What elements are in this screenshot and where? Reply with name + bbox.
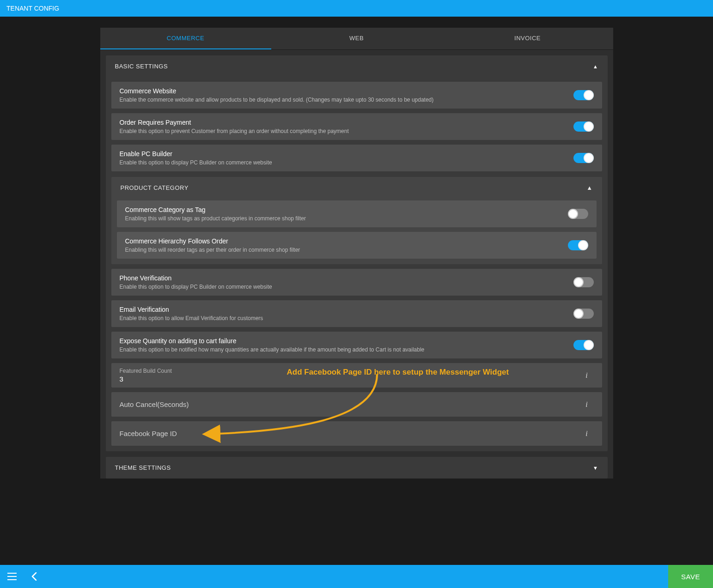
- info-icon[interactable]: i: [580, 369, 594, 382]
- toggle-pc-builder[interactable]: [573, 153, 594, 163]
- setting-row-category-as-tag: Commerce Category as Tag Enabling this w…: [117, 200, 597, 227]
- setting-title: Commerce Category as Tag: [125, 206, 561, 213]
- section-theme-header[interactable]: THEME SETTINGS ▼: [106, 457, 608, 479]
- tab-invoice[interactable]: INVOICE: [442, 28, 613, 49]
- subsection-title: PRODUCT CATEGORY: [121, 184, 189, 191]
- toggle-hierarchy-follows-order[interactable]: [568, 240, 588, 250]
- setting-title: Commerce Website: [120, 87, 566, 95]
- toggle-email-verification[interactable]: [573, 309, 594, 319]
- section-basic-header[interactable]: BASIC SETTINGS ▲: [106, 55, 608, 77]
- chevron-down-icon: ▼: [593, 465, 598, 471]
- main-panel: COMMERCE WEB INVOICE BASIC SETTINGS ▲ Co…: [96, 28, 618, 526]
- input-label: Facebook Page ID: [120, 426, 575, 441]
- setting-desc: Enabling this will show tags as product …: [125, 215, 561, 222]
- toggle-phone-verification[interactable]: [573, 277, 594, 287]
- chevron-up-icon: ▲: [593, 64, 598, 69]
- section-title: BASIC SETTINGS: [115, 63, 168, 70]
- input-featured-build-count[interactable]: Featured Build Count 3 i Add Facebook Pa…: [111, 363, 602, 388]
- subsection-header[interactable]: PRODUCT CATEGORY ▲: [117, 177, 597, 196]
- toggle-order-requires-payment[interactable]: [573, 121, 594, 132]
- toggle-category-as-tag[interactable]: [568, 209, 588, 219]
- input-label: Auto Cancel(Seconds): [120, 397, 575, 412]
- input-auto-cancel-seconds[interactable]: Auto Cancel(Seconds) i: [111, 392, 602, 417]
- setting-row-expose-quantity: Expose Quantity on adding to cart failur…: [111, 332, 602, 358]
- subsection-product-category: PRODUCT CATEGORY ▲ Commerce Category as …: [111, 177, 602, 264]
- setting-desc: Enable this option to prevent Customer f…: [120, 128, 566, 134]
- setting-title: Commerce Hierarchy Follows Order: [125, 237, 561, 245]
- toggle-commerce-website[interactable]: [573, 90, 594, 100]
- info-icon[interactable]: i: [580, 398, 594, 412]
- input-label: Featured Build Count: [120, 368, 575, 374]
- setting-desc: Enable the commerce website and allow pr…: [120, 97, 566, 103]
- setting-desc: Enable this option to display PC Builder…: [120, 159, 566, 166]
- input-value: 3: [120, 375, 575, 383]
- setting-row-hierarchy-follows-order: Commerce Hierarchy Follows Order Enablin…: [117, 232, 597, 259]
- tab-commerce[interactable]: COMMERCE: [100, 28, 271, 49]
- toggle-expose-quantity[interactable]: [573, 340, 594, 350]
- tabs: COMMERCE WEB INVOICE: [100, 28, 613, 50]
- setting-title: Enable PC Builder: [120, 150, 566, 158]
- setting-row-email-verification: Email Verification Enable this option to…: [111, 300, 602, 327]
- setting-desc: Enable this option to display PC Builder…: [120, 284, 566, 290]
- setting-row-order-requires-payment: Order Requires Payment Enable this optio…: [111, 113, 602, 140]
- setting-row-phone-verification: Phone Verification Enable this option to…: [111, 269, 602, 296]
- section-basic: BASIC SETTINGS ▲ Commerce Website Enable…: [106, 55, 608, 451]
- setting-desc: Enable this option to allow Email Verifi…: [120, 315, 566, 321]
- topbar: TENANT CONFIG: [0, 0, 713, 17]
- page-title: TENANT CONFIG: [6, 5, 59, 12]
- setting-title: Email Verification: [120, 306, 566, 313]
- info-icon[interactable]: i: [580, 427, 594, 441]
- setting-title: Expose Quantity on adding to cart failur…: [120, 337, 566, 345]
- setting-desc: Enabling this will reorder tags as per t…: [125, 247, 561, 253]
- chevron-up-icon: ▲: [586, 184, 592, 191]
- setting-row-commerce-website: Commerce Website Enable the commerce web…: [111, 82, 602, 109]
- section-title: THEME SETTINGS: [115, 464, 171, 471]
- section-theme: THEME SETTINGS ▼: [106, 457, 608, 479]
- input-facebook-page-id[interactable]: Facebook Page ID i: [111, 421, 602, 446]
- setting-title: Phone Verification: [120, 274, 566, 282]
- setting-title: Order Requires Payment: [120, 119, 566, 126]
- tab-web[interactable]: WEB: [271, 28, 442, 49]
- setting-desc: Enable this option to be notified how ma…: [120, 346, 566, 353]
- setting-row-pc-builder: Enable PC Builder Enable this option to …: [111, 145, 602, 171]
